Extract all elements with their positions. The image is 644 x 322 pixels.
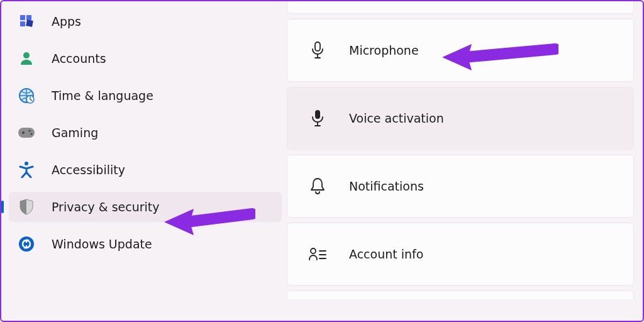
svg-rect-0 bbox=[20, 15, 25, 20]
svg-rect-7 bbox=[18, 128, 35, 138]
microphone-card[interactable]: Microphone bbox=[287, 19, 634, 82]
settings-content: Microphone Voice activation Notification… bbox=[286, 1, 639, 321]
card-label: Voice activation bbox=[349, 111, 444, 125]
accounts-icon bbox=[18, 50, 35, 67]
settings-card-partial[interactable] bbox=[287, 291, 634, 299]
svg-rect-2 bbox=[20, 21, 25, 26]
sidebar-item-label: Apps bbox=[52, 14, 81, 28]
sidebar-item-time-language[interactable]: Time & language bbox=[9, 80, 282, 111]
sidebar-item-label: Accounts bbox=[52, 52, 106, 65]
sidebar-item-label: Time & language bbox=[52, 89, 153, 103]
sidebar-item-label: Gaming bbox=[52, 126, 98, 140]
notifications-icon bbox=[309, 177, 326, 195]
settings-card-partial[interactable] bbox=[287, 1, 634, 14]
svg-point-12 bbox=[19, 236, 34, 252]
svg-point-10 bbox=[30, 133, 32, 135]
sidebar-item-label: Accessibility bbox=[52, 163, 125, 177]
sidebar-item-label: Privacy & security bbox=[52, 200, 160, 214]
svg-point-15 bbox=[311, 248, 316, 253]
accessibility-icon bbox=[18, 161, 35, 179]
settings-sidebar: Apps Accounts Time & language bbox=[1, 1, 286, 321]
sidebar-item-label: Windows Update bbox=[52, 237, 152, 251]
card-label: Notifications bbox=[349, 179, 424, 193]
svg-rect-14 bbox=[315, 110, 320, 119]
svg-point-8 bbox=[22, 131, 25, 134]
apps-icon bbox=[18, 13, 35, 30]
svg-point-9 bbox=[28, 130, 30, 131]
microphone-outline-icon bbox=[309, 42, 326, 59]
svg-rect-3 bbox=[26, 19, 33, 27]
sidebar-item-accounts[interactable]: Accounts bbox=[9, 43, 282, 74]
sidebar-item-privacy-security[interactable]: Privacy & security bbox=[9, 192, 282, 222]
card-label: Account info bbox=[349, 247, 423, 261]
notifications-card[interactable]: Notifications bbox=[287, 155, 634, 218]
gaming-icon bbox=[18, 124, 35, 142]
svg-point-11 bbox=[25, 162, 28, 165]
time-language-icon bbox=[18, 87, 35, 104]
account-info-icon bbox=[309, 245, 326, 263]
voice-activation-card[interactable]: Voice activation bbox=[287, 87, 634, 150]
svg-rect-13 bbox=[315, 42, 320, 51]
svg-point-4 bbox=[23, 52, 30, 58]
privacy-icon bbox=[18, 198, 35, 216]
sidebar-item-windows-update[interactable]: Windows Update bbox=[9, 229, 282, 259]
sidebar-item-gaming[interactable]: Gaming bbox=[9, 118, 282, 148]
svg-rect-1 bbox=[26, 15, 31, 20]
microphone-solid-icon bbox=[309, 109, 326, 127]
card-label: Microphone bbox=[349, 43, 419, 57]
update-icon bbox=[18, 235, 35, 253]
sidebar-item-accessibility[interactable]: Accessibility bbox=[9, 155, 282, 185]
account-info-card[interactable]: Account info bbox=[287, 223, 634, 286]
sidebar-item-apps[interactable]: Apps bbox=[9, 6, 282, 36]
